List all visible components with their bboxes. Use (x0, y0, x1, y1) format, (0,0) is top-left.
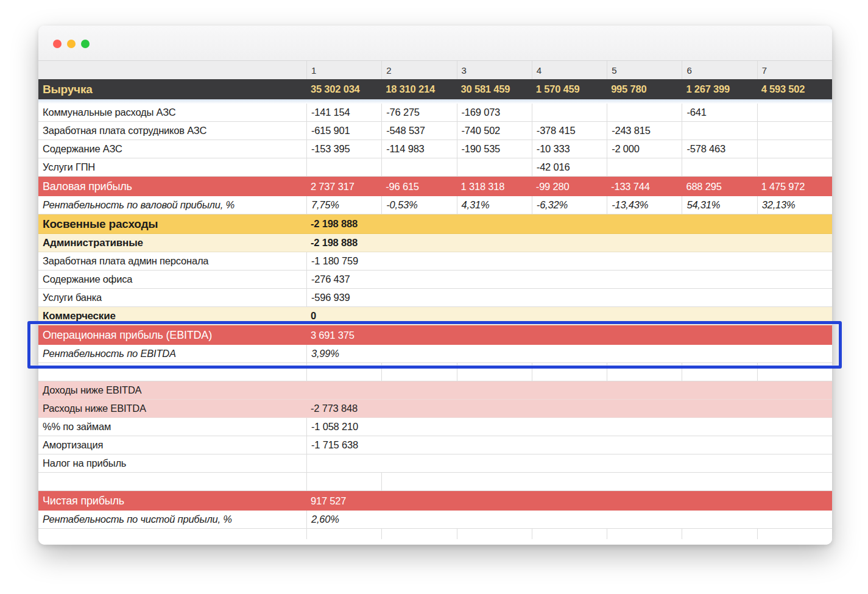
value-cell[interactable] (532, 104, 607, 121)
value-cell[interactable] (682, 325, 757, 345)
value-cell[interactable]: 54,31% (682, 196, 757, 214)
value-cell[interactable] (532, 363, 607, 381)
value-cell[interactable]: 1 570 459 (532, 79, 607, 99)
row-label-cell[interactable]: Налог на прибыль (38, 454, 306, 472)
row-label-cell[interactable]: Рентабельность по валовой прибыли, % (38, 196, 306, 214)
value-cell[interactable]: 2 (381, 61, 456, 79)
value-cell[interactable] (607, 270, 682, 288)
value-cell[interactable] (757, 363, 832, 381)
value-cell[interactable] (457, 363, 532, 381)
value-cell[interactable] (607, 158, 682, 176)
value-cell[interactable]: 1 (306, 61, 381, 79)
value-cell[interactable] (457, 289, 532, 306)
value-cell[interactable] (381, 289, 456, 306)
value-cell[interactable]: 1 475 972 (757, 177, 832, 196)
value-cell[interactable]: -42 016 (532, 158, 607, 176)
value-cell[interactable] (381, 363, 456, 381)
value-cell[interactable]: -96 615 (381, 177, 456, 196)
row-label-cell[interactable]: Коммунальные расходы АЗС (38, 104, 306, 121)
value-cell[interactable] (607, 418, 682, 436)
value-cell[interactable] (457, 252, 532, 270)
value-cell[interactable] (532, 307, 607, 325)
value-cell[interactable]: -99 280 (532, 177, 607, 196)
value-cell[interactable] (757, 436, 832, 454)
value-cell[interactable]: -740 502 (457, 122, 532, 140)
value-cell[interactable] (457, 307, 532, 325)
value-cell[interactable] (757, 529, 832, 539)
value-cell[interactable]: 1 267 399 (682, 79, 757, 99)
value-cell[interactable] (457, 345, 532, 362)
value-cell[interactable]: -615 901 (306, 122, 381, 140)
value-cell[interactable]: -141 154 (306, 104, 381, 121)
value-cell[interactable] (682, 345, 757, 362)
value-cell[interactable] (532, 381, 607, 399)
row-label-cell[interactable]: Доходы ниже EBITDA (38, 381, 306, 399)
value-cell[interactable] (682, 491, 757, 511)
value-cell[interactable] (457, 473, 532, 490)
value-cell[interactable] (381, 436, 456, 454)
value-cell[interactable] (532, 418, 607, 436)
value-cell[interactable] (682, 400, 757, 417)
value-cell[interactable]: -2 773 848 (306, 400, 381, 417)
value-cell[interactable] (457, 270, 532, 288)
value-cell[interactable]: -243 815 (607, 122, 682, 140)
value-cell[interactable] (381, 529, 456, 539)
value-cell[interactable]: -0,53% (381, 196, 456, 214)
value-cell[interactable] (381, 325, 456, 345)
value-cell[interactable] (682, 381, 757, 399)
value-cell[interactable] (757, 345, 832, 362)
value-cell[interactable]: -578 463 (682, 140, 757, 158)
value-cell[interactable]: 7,75% (306, 196, 381, 214)
value-cell[interactable]: -169 073 (457, 104, 532, 121)
value-cell[interactable] (757, 214, 832, 233)
value-cell[interactable] (682, 511, 757, 528)
value-cell[interactable]: -190 535 (457, 140, 532, 158)
value-cell[interactable]: 6 (682, 61, 757, 79)
value-cell[interactable] (607, 325, 682, 345)
row-label-cell[interactable] (38, 363, 306, 381)
value-cell[interactable] (381, 252, 456, 270)
value-cell[interactable] (757, 491, 832, 511)
value-cell[interactable]: -378 415 (532, 122, 607, 140)
minimize-button[interactable] (67, 40, 76, 48)
row-label-cell[interactable]: Валовая прибыль (38, 177, 306, 196)
value-cell[interactable] (682, 289, 757, 306)
value-cell[interactable] (381, 511, 456, 528)
value-cell[interactable]: -114 983 (381, 140, 456, 158)
zoom-button[interactable] (81, 40, 90, 48)
value-cell[interactable]: 3,99% (306, 345, 381, 362)
value-cell[interactable] (757, 234, 832, 252)
value-cell[interactable] (381, 400, 456, 417)
value-cell[interactable] (607, 363, 682, 381)
value-cell[interactable] (381, 270, 456, 288)
row-label-cell[interactable] (38, 529, 306, 539)
row-label-cell[interactable]: Расходы ниже EBITDA (38, 400, 306, 417)
value-cell[interactable] (607, 252, 682, 270)
value-cell[interactable] (607, 289, 682, 306)
row-label-cell[interactable] (38, 61, 306, 79)
value-cell[interactable] (457, 325, 532, 345)
row-label-cell[interactable]: Услуги банка (38, 289, 306, 306)
value-cell[interactable]: -2 198 888 (306, 234, 381, 252)
value-cell[interactable] (381, 473, 456, 490)
value-cell[interactable] (682, 234, 757, 252)
value-cell[interactable] (757, 270, 832, 288)
value-cell[interactable] (682, 307, 757, 325)
value-cell[interactable] (381, 381, 456, 399)
value-cell[interactable] (532, 345, 607, 362)
value-cell[interactable] (682, 436, 757, 454)
value-cell[interactable]: 4 (532, 61, 607, 79)
value-cell[interactable]: 917 527 (306, 491, 381, 511)
value-cell[interactable] (381, 454, 456, 472)
value-cell[interactable]: -1 058 210 (306, 418, 381, 436)
value-cell[interactable]: 35 302 034 (306, 79, 381, 99)
value-cell[interactable] (757, 381, 832, 399)
value-cell[interactable] (682, 454, 757, 472)
value-cell[interactable] (381, 418, 456, 436)
value-cell[interactable] (682, 158, 757, 176)
value-cell[interactable] (607, 381, 682, 399)
value-cell[interactable]: 1 318 318 (457, 177, 532, 196)
value-cell[interactable]: -1 180 759 (306, 252, 381, 270)
value-cell[interactable] (457, 234, 532, 252)
value-cell[interactable] (757, 122, 832, 140)
